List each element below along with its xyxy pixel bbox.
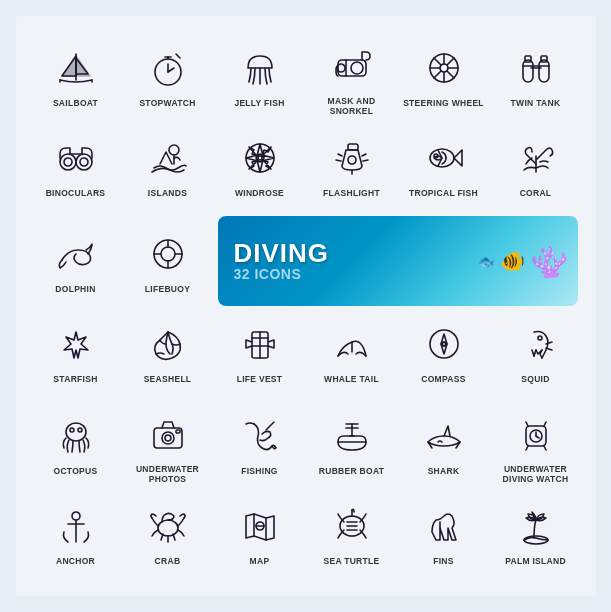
svg-point-71: [78, 428, 82, 432]
icon-twin-tank: TWIN TANK: [490, 34, 582, 120]
icon-binoculars: BINOCULARS: [30, 126, 122, 210]
icon-flashlight: FLASHLIGHT: [306, 126, 398, 210]
svg-line-89: [544, 446, 546, 450]
svg-line-20: [447, 58, 454, 65]
svg-line-76: [266, 422, 274, 430]
svg-point-67: [442, 342, 446, 346]
svg-point-93: [158, 520, 178, 536]
svg-line-48: [362, 154, 366, 156]
icon-islands: ISLANDS: [122, 126, 214, 210]
svg-line-87: [544, 422, 546, 426]
icon-octopus: OCTOPUS: [30, 402, 122, 488]
icon-palm-island: PALM ISLAND: [490, 494, 582, 578]
banner-decoration: 🐟 🐠 🪸: [478, 216, 568, 306]
icon-crab: CRAB: [122, 494, 214, 578]
svg-line-50: [363, 160, 368, 161]
diving-banner: DIVING 32 ICONS 🐟 🐠 🪸: [218, 216, 578, 306]
icon-sea-turtle: SEA TURTLE: [306, 494, 398, 578]
svg-point-51: [348, 156, 356, 164]
svg-point-69: [66, 423, 86, 441]
icon-whale-tail: WHALE TAIL: [306, 312, 398, 396]
icon-windrose: WINDROSE: [214, 126, 306, 210]
svg-point-28: [60, 154, 76, 170]
icon-stopwatch: STOPWATCH: [122, 34, 214, 120]
icon-starfish: STARFISH: [30, 312, 122, 396]
svg-marker-44: [249, 160, 258, 169]
fish-red-icon: 🐠: [500, 249, 525, 273]
svg-point-29: [76, 154, 92, 170]
svg-line-85: [536, 436, 539, 438]
icon-steering-wheel: STEERING WHEEL: [398, 34, 490, 120]
diving-icons-card: SAILBOAT STOPWATCH JELLY FISH MASK AND S…: [16, 16, 596, 597]
icon-rubber-boat: RUBBER BOAT: [306, 402, 398, 488]
icon-grid: SAILBOAT STOPWATCH JELLY FISH MASK AND S…: [30, 34, 582, 579]
banner-text-group: DIVING 32 ICONS: [234, 240, 330, 282]
svg-point-33: [169, 145, 179, 155]
icon-dolphin: DOLPHIN: [30, 216, 122, 306]
svg-rect-45: [348, 144, 358, 150]
icon-seashell: SEASHELL: [122, 312, 214, 396]
icon-underwater-photos: UNDERWATER PHOTOS: [122, 402, 214, 488]
svg-point-70: [70, 428, 74, 432]
coral-icon: 🪸: [529, 242, 569, 280]
icon-lifebuoy: LIFEBUOY: [122, 216, 214, 306]
svg-point-32: [80, 158, 88, 166]
svg-marker-38: [257, 160, 263, 172]
icon-jellyfish: JELLY FISH: [214, 34, 306, 120]
icon-compass: COMPASS: [398, 312, 490, 396]
svg-rect-72: [154, 428, 182, 448]
svg-point-36: [258, 156, 262, 160]
icon-coral: CORAL: [490, 126, 582, 210]
icon-anchor: ANCHOR: [30, 494, 122, 578]
svg-point-55: [161, 247, 175, 261]
icon-fins: FINS: [398, 494, 490, 578]
svg-line-86: [526, 422, 528, 426]
svg-marker-42: [263, 160, 271, 169]
svg-marker-41: [249, 147, 257, 156]
svg-rect-8: [338, 60, 366, 76]
icon-underwater-watch: UNDERWATER DIVING WATCH: [490, 402, 582, 488]
banner-title: DIVING: [234, 240, 330, 266]
banner-area: DIVING 32 ICONS 🐟 🐠 🪸: [214, 216, 582, 306]
icon-squid: SQUID: [490, 312, 582, 396]
svg-marker-43: [262, 147, 271, 156]
svg-rect-75: [176, 430, 180, 433]
svg-line-47: [338, 154, 342, 156]
fish-blue-icon: 🐟: [478, 254, 494, 269]
icon-life-vest: LIFE VEST: [214, 312, 306, 396]
svg-line-7: [176, 54, 180, 58]
icon-mask-snorkel: MASK AND SNORKEL: [306, 34, 398, 120]
svg-line-19: [447, 71, 454, 78]
banner-subtitle: 32 ICONS: [234, 266, 330, 282]
svg-point-11: [351, 62, 363, 74]
icon-map: MAP: [214, 494, 306, 578]
icon-shark: SHARK: [398, 402, 490, 488]
svg-line-4: [168, 68, 174, 72]
svg-line-18: [434, 58, 441, 65]
svg-line-49: [336, 160, 341, 161]
icon-tropical-fish: TROPICAL FISH: [398, 126, 490, 210]
svg-point-73: [162, 432, 174, 444]
svg-rect-22: [523, 60, 533, 82]
svg-line-88: [526, 446, 528, 450]
svg-line-21: [434, 71, 441, 78]
icon-sailboat: SAILBOAT: [30, 34, 122, 120]
svg-point-68: [538, 336, 542, 340]
svg-point-74: [165, 435, 171, 441]
icon-fishing: FISHING: [214, 402, 306, 488]
svg-point-31: [64, 158, 72, 166]
svg-point-90: [72, 512, 80, 520]
svg-rect-23: [539, 60, 549, 82]
